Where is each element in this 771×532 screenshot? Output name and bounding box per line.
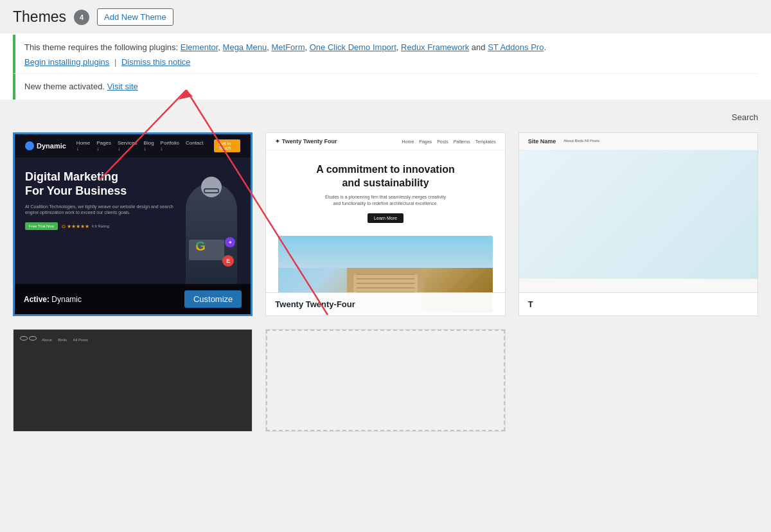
notice-area: This theme requires the following plugin… bbox=[0, 35, 771, 100]
themes-area: Search Dynamic Home ↓ Pages ↓ Serv bbox=[0, 100, 771, 316]
second-row: About Birds All Posts bbox=[0, 329, 771, 445]
dynamic-hero: Digital Marketing For Your Business At C… bbox=[15, 157, 251, 292]
dynamic-cta-btn: Get in Touch bbox=[214, 139, 241, 152]
small-dark-mockup: About Birds All Posts bbox=[13, 330, 252, 431]
dynamic-person: G E ✦ bbox=[182, 170, 240, 286]
theme-count-badge: 4 bbox=[74, 10, 89, 25]
plugin-link-metform[interactable]: MetForm bbox=[271, 42, 305, 52]
search-label: Search bbox=[732, 112, 758, 122]
search-row: Search bbox=[13, 112, 758, 122]
ttf-hero-title: A commitment to innovationand sustainabi… bbox=[275, 163, 495, 190]
ttf-nav-links: Home Pages Posts Patterns Templates bbox=[402, 139, 496, 144]
dynamic-hero-subtitle: At Coalition Technologies, we tightly we… bbox=[25, 204, 176, 217]
activated-notice-text: New theme activated. Visit site bbox=[24, 80, 749, 94]
small-logo-circles bbox=[20, 336, 37, 341]
begin-installing-link[interactable]: Begin installing plugins bbox=[24, 57, 109, 67]
theme-thumbnail-partial: Site Name About Birds All Posts bbox=[519, 133, 758, 313]
dynamic-rating: G ★★★★★ 4.9 Rating bbox=[62, 224, 109, 229]
notice-actions: Begin installing plugins | Dismiss this … bbox=[24, 57, 749, 67]
ttf-nav: ✦ Twenty Twenty Four Home Pages Posts Pa… bbox=[266, 133, 504, 150]
customize-button[interactable]: Customize bbox=[184, 290, 242, 308]
google-g-icon: G bbox=[195, 239, 206, 254]
dynamic-nav-links: Home ↓ Pages ↓ Services ↓ Blog ↓ Portfol… bbox=[76, 140, 204, 152]
dynamic-free-btn: Free Trial Now bbox=[25, 222, 58, 230]
plugin-notice: This theme requires the following plugin… bbox=[13, 35, 758, 73]
themes-grid: Dynamic Home ↓ Pages ↓ Services ↓ Blog ↓… bbox=[13, 132, 758, 316]
activated-notice: New theme activated. Visit site bbox=[13, 73, 758, 100]
ttf-learn-btn: Learn More bbox=[368, 213, 403, 223]
dynamic-logo-icon bbox=[25, 141, 34, 150]
theme-footer-ttf: Twenty Twenty-Four bbox=[266, 292, 504, 315]
plugin-link-oneclickdemo[interactable]: One Click Demo Import bbox=[310, 42, 396, 52]
theme-footer-partial: T bbox=[519, 292, 758, 315]
dismiss-notice-link[interactable]: Dismiss this notice bbox=[121, 57, 191, 67]
page-header: Themes 4 Add New Theme bbox=[0, 0, 771, 33]
small-nav-links: About Birds All Posts bbox=[42, 333, 92, 343]
theme-thumbnail-ttf: ✦ Twenty Twenty Four Home Pages Posts Pa… bbox=[266, 133, 504, 313]
dynamic-hero-actions: Free Trial Now G ★★★★★ 4.9 Rating bbox=[25, 222, 176, 230]
small-card-placeholder1 bbox=[265, 329, 505, 432]
ttf-theme-name: Twenty Twenty-Four bbox=[275, 299, 355, 309]
small-card-birds: About Birds All Posts bbox=[13, 329, 253, 432]
plugin-notice-text: This theme requires the following plugin… bbox=[24, 41, 749, 55]
ttf-hero-sub: Études is a pioneering firm that seamles… bbox=[321, 194, 450, 207]
theme-card-partial: Site Name About Birds All Posts T bbox=[518, 132, 758, 316]
partial-theme-name: T bbox=[528, 299, 533, 309]
dynamic-hero-title: Digital Marketing For Your Business bbox=[25, 170, 176, 198]
dynamic-hero-text: Digital Marketing For Your Business At C… bbox=[25, 170, 176, 286]
ttf-hero: A commitment to innovationand sustainabi… bbox=[266, 150, 504, 229]
notice-separator: | bbox=[114, 57, 119, 67]
plugin-link-staddonspro[interactable]: ST Addons Pro bbox=[488, 42, 544, 52]
ttf-site-name: ✦ Twenty Twenty Four bbox=[275, 138, 337, 145]
dynamic-logo: Dynamic bbox=[25, 141, 66, 150]
small-nav: About Birds All Posts bbox=[13, 330, 252, 347]
page-title: Themes bbox=[13, 8, 66, 27]
dynamic-nav: Dynamic Home ↓ Pages ↓ Services ↓ Blog ↓… bbox=[15, 134, 251, 157]
theme-footer-dynamic: Active: Dynamic Customize bbox=[15, 284, 251, 314]
visit-site-link[interactable]: Visit site bbox=[107, 82, 138, 91]
theme-card-dynamic: Dynamic Home ↓ Pages ↓ Services ↓ Blog ↓… bbox=[13, 132, 253, 316]
dashed-placeholder-1 bbox=[266, 330, 504, 431]
plugin-link-megamenu[interactable]: Mega Menu bbox=[223, 42, 267, 52]
plugin-link-elementor[interactable]: Elementor bbox=[181, 42, 218, 52]
ttf-mockup: ✦ Twenty Twenty Four Home Pages Posts Pa… bbox=[266, 133, 504, 313]
plugin-link-redux[interactable]: Redux Framework bbox=[401, 42, 469, 52]
theme-card-twentytwentyfour: ✦ Twenty Twenty Four Home Pages Posts Pa… bbox=[265, 132, 505, 316]
small-card-placeholder2 bbox=[518, 329, 758, 432]
active-label: Active: Dynamic bbox=[24, 295, 82, 304]
dynamic-hero-img-container: G E ✦ bbox=[182, 170, 240, 286]
add-new-theme-button[interactable]: Add New Theme bbox=[97, 8, 173, 26]
